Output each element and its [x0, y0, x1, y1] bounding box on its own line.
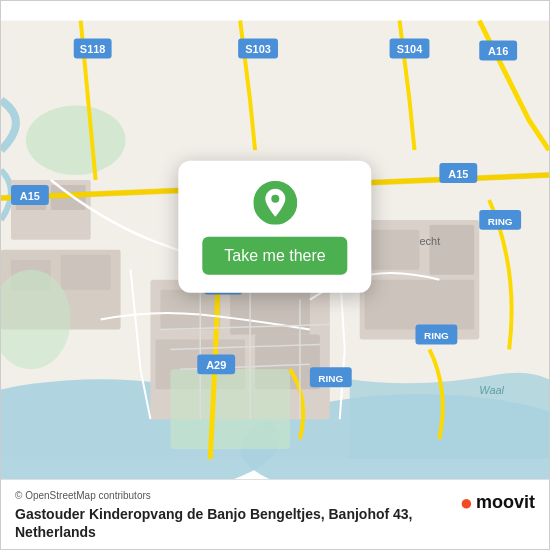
svg-rect-15: [370, 230, 420, 270]
svg-text:echt: echt: [419, 235, 440, 247]
svg-text:A15: A15: [20, 190, 40, 202]
svg-text:A29: A29: [206, 359, 226, 371]
svg-point-48: [271, 195, 279, 203]
moovit-logo: ● moovit: [460, 492, 535, 514]
osm-credit: © OpenStreetMap contributors: [15, 490, 450, 501]
svg-text:RING: RING: [318, 373, 343, 384]
svg-rect-17: [365, 280, 475, 330]
moovit-text: moovit: [476, 492, 535, 513]
bottom-info: © OpenStreetMap contributors Gastouder K…: [15, 490, 450, 541]
svg-rect-16: [429, 225, 474, 275]
svg-text:S104: S104: [397, 43, 423, 55]
place-name: Gastouder Kinderopvang de Banjo Bengeltj…: [15, 505, 450, 541]
map-pin-icon: [253, 181, 297, 225]
app-container: A16 A15 A15 A15 S118 S103 S104 A29 A29: [0, 0, 550, 550]
bottom-bar: © OpenStreetMap contributors Gastouder K…: [1, 479, 549, 549]
svg-rect-20: [170, 369, 290, 449]
moovit-dot: ●: [460, 492, 473, 514]
svg-rect-10: [160, 290, 220, 330]
overlay-card: Take me there: [178, 161, 371, 293]
osm-credit-text: © OpenStreetMap contributors: [15, 490, 151, 501]
svg-text:A16: A16: [488, 45, 508, 57]
svg-point-18: [26, 105, 126, 175]
svg-text:S103: S103: [245, 43, 271, 55]
svg-text:Waal: Waal: [479, 384, 504, 396]
svg-rect-8: [61, 255, 111, 290]
svg-text:A15: A15: [448, 168, 468, 180]
svg-text:RING: RING: [424, 330, 449, 341]
map-area: A16 A15 A15 A15 S118 S103 S104 A29 A29: [1, 1, 549, 479]
take-me-there-button[interactable]: Take me there: [202, 237, 347, 275]
svg-text:RING: RING: [488, 216, 513, 227]
svg-text:S118: S118: [80, 43, 106, 55]
